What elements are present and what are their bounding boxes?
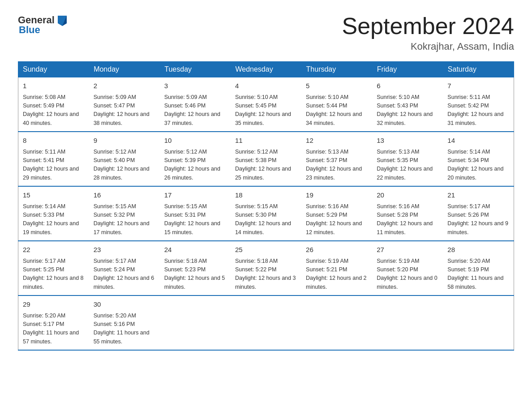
table-row: 19Sunrise: 5:16 AMSunset: 5:29 PMDayligh…	[301, 186, 372, 241]
col-sunday: Sunday	[18, 62, 89, 77]
logo-icon	[56, 13, 69, 27]
calendar-table: Sunday Monday Tuesday Wednesday Thursday…	[18, 61, 514, 351]
day-number: 18	[235, 190, 297, 201]
day-info: Sunrise: 5:13 AMSunset: 5:37 PMDaylight:…	[306, 148, 368, 183]
table-row: 12Sunrise: 5:13 AMSunset: 5:37 PMDayligh…	[301, 132, 372, 186]
day-info: Sunrise: 5:17 AMSunset: 5:26 PMDaylight:…	[447, 202, 509, 237]
page-header: General Blue September 2024 Kokrajhar, A…	[18, 13, 514, 52]
day-number: 30	[94, 300, 155, 310]
day-number: 23	[94, 245, 155, 255]
day-number: 2	[94, 81, 155, 91]
day-number: 4	[235, 81, 297, 91]
day-info: Sunrise: 5:16 AMSunset: 5:29 PMDaylight:…	[306, 202, 368, 237]
table-row: 16Sunrise: 5:15 AMSunset: 5:32 PMDayligh…	[89, 186, 160, 241]
table-row: 27Sunrise: 5:19 AMSunset: 5:20 PMDayligh…	[372, 241, 443, 295]
table-row: 30Sunrise: 5:20 AMSunset: 5:16 PMDayligh…	[89, 295, 160, 350]
day-number: 20	[377, 190, 438, 201]
col-friday: Friday	[372, 62, 443, 77]
table-row: 6Sunrise: 5:10 AMSunset: 5:43 PMDaylight…	[372, 77, 443, 132]
day-number: 24	[164, 245, 226, 255]
table-row: 13Sunrise: 5:13 AMSunset: 5:35 PMDayligh…	[372, 132, 443, 186]
calendar-subtitle: Kokrajhar, Assam, India	[342, 41, 515, 52]
calendar-header-row: Sunday Monday Tuesday Wednesday Thursday…	[18, 62, 514, 77]
day-info: Sunrise: 5:12 AMSunset: 5:39 PMDaylight:…	[164, 148, 226, 183]
day-number: 12	[306, 136, 368, 146]
table-row	[301, 295, 372, 350]
day-info: Sunrise: 5:11 AMSunset: 5:42 PMDaylight:…	[447, 93, 509, 128]
day-info: Sunrise: 5:16 AMSunset: 5:28 PMDaylight:…	[377, 202, 438, 237]
calendar-week-4: 22Sunrise: 5:17 AMSunset: 5:25 PMDayligh…	[18, 241, 514, 295]
table-row: 14Sunrise: 5:14 AMSunset: 5:34 PMDayligh…	[443, 132, 514, 186]
day-info: Sunrise: 5:15 AMSunset: 5:32 PMDaylight:…	[94, 202, 155, 237]
day-number: 26	[306, 245, 368, 255]
day-info: Sunrise: 5:18 AMSunset: 5:22 PMDaylight:…	[235, 257, 297, 292]
table-row: 21Sunrise: 5:17 AMSunset: 5:26 PMDayligh…	[443, 186, 514, 241]
day-info: Sunrise: 5:20 AMSunset: 5:17 PMDaylight:…	[23, 312, 85, 347]
day-info: Sunrise: 5:10 AMSunset: 5:45 PMDaylight:…	[235, 93, 297, 128]
table-row: 15Sunrise: 5:14 AMSunset: 5:33 PMDayligh…	[18, 186, 89, 241]
day-number: 25	[235, 245, 297, 255]
day-number: 8	[23, 136, 85, 146]
table-row: 2Sunrise: 5:09 AMSunset: 5:47 PMDaylight…	[89, 77, 160, 132]
day-info: Sunrise: 5:19 AMSunset: 5:20 PMDaylight:…	[377, 257, 438, 292]
title-section: September 2024 Kokrajhar, Assam, India	[342, 13, 515, 52]
col-saturday: Saturday	[443, 62, 514, 77]
day-number: 5	[306, 81, 368, 91]
day-number: 28	[447, 245, 509, 255]
day-info: Sunrise: 5:09 AMSunset: 5:47 PMDaylight:…	[94, 93, 155, 128]
day-info: Sunrise: 5:17 AMSunset: 5:24 PMDaylight:…	[94, 257, 155, 292]
logo-blue: Blue	[19, 24, 40, 36]
col-thursday: Thursday	[301, 62, 372, 77]
day-info: Sunrise: 5:09 AMSunset: 5:46 PMDaylight:…	[164, 93, 226, 128]
logo: General Blue	[18, 13, 69, 36]
day-info: Sunrise: 5:14 AMSunset: 5:34 PMDaylight:…	[447, 148, 509, 183]
day-number: 3	[164, 81, 226, 91]
calendar-week-3: 15Sunrise: 5:14 AMSunset: 5:33 PMDayligh…	[18, 186, 514, 241]
day-info: Sunrise: 5:12 AMSunset: 5:38 PMDaylight:…	[235, 148, 297, 183]
table-row: 4Sunrise: 5:10 AMSunset: 5:45 PMDaylight…	[231, 77, 301, 132]
table-row: 3Sunrise: 5:09 AMSunset: 5:46 PMDaylight…	[160, 77, 231, 132]
day-number: 27	[377, 245, 438, 255]
day-number: 7	[447, 81, 509, 91]
calendar-title: September 2024	[342, 13, 515, 39]
day-number: 29	[23, 300, 85, 310]
day-number: 19	[306, 190, 368, 201]
day-number: 16	[94, 190, 155, 201]
col-wednesday: Wednesday	[231, 62, 301, 77]
day-number: 1	[23, 81, 85, 91]
table-row: 29Sunrise: 5:20 AMSunset: 5:17 PMDayligh…	[18, 295, 89, 350]
day-number: 22	[23, 245, 85, 255]
day-number: 9	[94, 136, 155, 146]
table-row	[443, 295, 514, 350]
table-row	[231, 295, 301, 350]
day-info: Sunrise: 5:10 AMSunset: 5:44 PMDaylight:…	[306, 93, 368, 128]
day-number: 21	[447, 190, 509, 201]
day-number: 6	[377, 81, 438, 91]
table-row	[372, 295, 443, 350]
table-row: 1Sunrise: 5:08 AMSunset: 5:49 PMDaylight…	[18, 77, 89, 132]
day-number: 10	[164, 136, 226, 146]
col-tuesday: Tuesday	[160, 62, 231, 77]
table-row: 5Sunrise: 5:10 AMSunset: 5:44 PMDaylight…	[301, 77, 372, 132]
calendar-week-2: 8Sunrise: 5:11 AMSunset: 5:41 PMDaylight…	[18, 132, 514, 186]
table-row: 28Sunrise: 5:20 AMSunset: 5:19 PMDayligh…	[443, 241, 514, 295]
day-info: Sunrise: 5:15 AMSunset: 5:30 PMDaylight:…	[235, 202, 297, 237]
calendar-week-1: 1Sunrise: 5:08 AMSunset: 5:49 PMDaylight…	[18, 77, 514, 132]
day-info: Sunrise: 5:10 AMSunset: 5:43 PMDaylight:…	[377, 93, 438, 128]
day-info: Sunrise: 5:15 AMSunset: 5:31 PMDaylight:…	[164, 202, 226, 237]
table-row: 26Sunrise: 5:19 AMSunset: 5:21 PMDayligh…	[301, 241, 372, 295]
table-row: 25Sunrise: 5:18 AMSunset: 5:22 PMDayligh…	[231, 241, 301, 295]
table-row: 24Sunrise: 5:18 AMSunset: 5:23 PMDayligh…	[160, 241, 231, 295]
day-number: 13	[377, 136, 438, 146]
table-row: 11Sunrise: 5:12 AMSunset: 5:38 PMDayligh…	[231, 132, 301, 186]
table-row: 22Sunrise: 5:17 AMSunset: 5:25 PMDayligh…	[18, 241, 89, 295]
table-row: 10Sunrise: 5:12 AMSunset: 5:39 PMDayligh…	[160, 132, 231, 186]
table-row: 23Sunrise: 5:17 AMSunset: 5:24 PMDayligh…	[89, 241, 160, 295]
day-info: Sunrise: 5:20 AMSunset: 5:16 PMDaylight:…	[94, 312, 155, 347]
table-row: 9Sunrise: 5:12 AMSunset: 5:40 PMDaylight…	[89, 132, 160, 186]
day-info: Sunrise: 5:13 AMSunset: 5:35 PMDaylight:…	[377, 148, 438, 183]
day-number: 14	[447, 136, 509, 146]
day-number: 17	[164, 190, 226, 201]
day-info: Sunrise: 5:18 AMSunset: 5:23 PMDaylight:…	[164, 257, 226, 292]
day-info: Sunrise: 5:11 AMSunset: 5:41 PMDaylight:…	[23, 148, 85, 183]
